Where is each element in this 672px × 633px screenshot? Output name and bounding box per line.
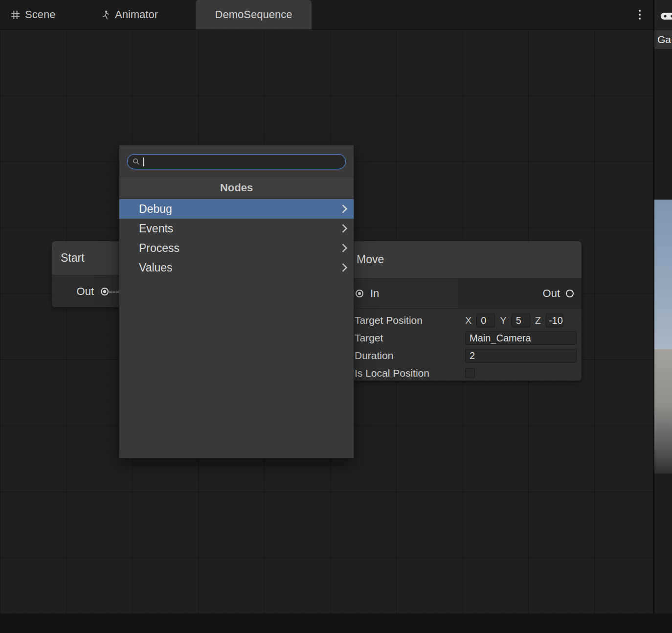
popup-header: Nodes <box>119 177 354 199</box>
axis-z-label: Z <box>535 315 541 326</box>
tab-scene[interactable]: Scene <box>11 0 55 29</box>
tab-demosequence[interactable]: DemoSequence <box>196 0 312 29</box>
start-out-port-label: Out <box>77 285 94 298</box>
axis-x-label: X <box>465 315 471 326</box>
text-cursor <box>143 158 144 166</box>
start-node-title: Start <box>61 251 85 265</box>
list-item-values-label: Values <box>139 261 173 274</box>
gamepad-icon <box>660 11 672 22</box>
is-local-position-checkbox[interactable] <box>465 368 475 378</box>
move-out-port[interactable] <box>566 290 574 297</box>
chevron-right-icon <box>341 263 348 272</box>
list-item-process[interactable]: Process <box>119 238 354 258</box>
bottom-status-bar <box>0 613 672 633</box>
tab-game[interactable] <box>654 0 672 29</box>
tab-scene-label: Scene <box>25 8 55 21</box>
move-node-title: Move <box>357 253 384 266</box>
list-item-debug-label: Debug <box>139 203 172 216</box>
target-position-row: Target Position X 0 Y 5 Z -10 <box>343 312 579 329</box>
chevron-right-icon <box>341 244 348 253</box>
tab-animator[interactable]: Animator <box>100 0 158 29</box>
node-search-popup: Nodes Debug Events Process Values <box>119 145 354 458</box>
search-icon <box>133 158 140 165</box>
start-node[interactable]: Start Out <box>51 241 125 308</box>
target-row: Target Main_Camera <box>343 329 579 347</box>
game-view-panel: Ga <box>653 0 672 613</box>
duration-field[interactable]: 2 <box>465 349 577 362</box>
game-display-dropdown-label: Ga <box>657 34 671 45</box>
list-item-debug[interactable]: Debug <box>119 199 354 219</box>
move-node-header: Move <box>343 241 582 278</box>
chevron-right-icon <box>341 224 348 233</box>
is-local-position-row: Is Local Position <box>343 364 579 381</box>
target-position-z-field[interactable]: -10 <box>546 314 563 327</box>
game-preview-ground <box>654 349 672 474</box>
list-item-process-label: Process <box>139 242 179 255</box>
search-input[interactable] <box>148 156 340 167</box>
list-item-values[interactable]: Values <box>119 258 354 277</box>
search-box[interactable] <box>127 154 346 169</box>
list-item-events-label: Events <box>139 222 173 235</box>
more-options-icon[interactable] <box>632 0 648 29</box>
is-local-position-label: Is Local Position <box>343 367 465 379</box>
target-position-x-field[interactable]: 0 <box>476 314 495 327</box>
game-display-dropdown[interactable]: Ga <box>654 30 672 49</box>
target-position-y-field[interactable]: 5 <box>512 314 530 327</box>
tab-animator-label: Animator <box>115 8 158 21</box>
scene-grid-icon <box>11 10 20 20</box>
tab-demosequence-label: DemoSequence <box>215 8 292 21</box>
move-out-port-label: Out <box>543 287 560 300</box>
move-in-port[interactable] <box>356 290 363 297</box>
target-label: Target <box>343 332 465 344</box>
game-preview-sky <box>654 200 672 349</box>
start-node-header: Start <box>52 241 124 275</box>
duration-row: Duration 2 <box>343 347 579 364</box>
move-node[interactable]: Move In Out Target Position X 0 Y 5 Z -1… <box>342 241 582 381</box>
chevron-right-icon <box>341 204 348 214</box>
target-position-label: Target Position <box>343 315 465 326</box>
start-out-port[interactable] <box>101 288 109 295</box>
connection-wire <box>109 292 119 293</box>
editor-tab-bar: Scene Animator DemoSequence <box>0 0 653 29</box>
move-in-port-label: In <box>370 287 379 300</box>
animator-icon <box>100 10 110 20</box>
axis-y-label: Y <box>500 315 506 326</box>
list-item-events[interactable]: Events <box>119 219 354 238</box>
node-category-list: Debug Events Process Values <box>119 199 354 277</box>
target-field[interactable]: Main_Camera <box>465 331 577 345</box>
duration-label: Duration <box>343 350 465 362</box>
